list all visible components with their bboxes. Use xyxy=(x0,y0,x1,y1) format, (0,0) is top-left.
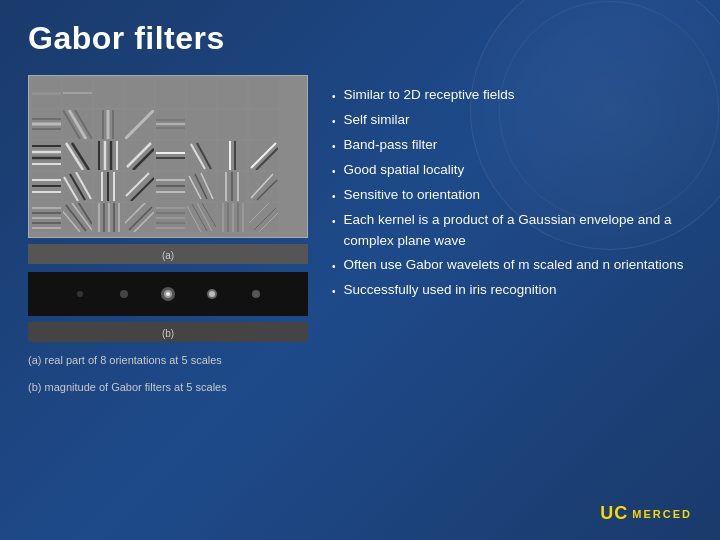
svg-point-134 xyxy=(120,290,128,298)
svg-rect-30 xyxy=(249,110,278,139)
mag-cell-4 xyxy=(192,275,232,313)
filter-cell xyxy=(218,172,247,201)
filter-row-2 xyxy=(32,110,304,139)
filter-cell xyxy=(63,203,92,232)
bullet-item-0: • Similar to 2D receptive fields xyxy=(332,83,692,108)
svg-rect-28 xyxy=(187,110,216,139)
filter-cell xyxy=(63,141,92,170)
svg-rect-71 xyxy=(125,172,154,201)
filter-cell xyxy=(32,172,61,201)
caption-b: (b) magnitude of Gabor filters at 5 scal… xyxy=(28,379,308,396)
bullet-item-1: • Self similar xyxy=(332,108,692,133)
bullet-text-7: Successfully used in iris recognition xyxy=(344,280,692,301)
filter-cell xyxy=(94,79,123,108)
filter-cell xyxy=(218,79,247,108)
filter-cell xyxy=(32,79,61,108)
filter-cell xyxy=(156,79,185,108)
bullet-item-7: • Successfully used in iris recognition xyxy=(332,278,692,303)
bullet-list: • Similar to 2D receptive fields • Self … xyxy=(332,83,692,303)
bullet-item-3: • Good spatial locality xyxy=(332,158,692,183)
mag-cell-1 xyxy=(60,275,100,313)
bullet-text-6: Often use Gabor wavelets of m scaled and… xyxy=(344,255,692,276)
svg-rect-1 xyxy=(32,92,61,95)
svg-rect-53 xyxy=(218,141,247,170)
filter-cell xyxy=(187,203,216,232)
filter-cell xyxy=(94,110,123,139)
filter-cell xyxy=(63,110,92,139)
svg-rect-6 xyxy=(156,79,185,108)
svg-rect-116 xyxy=(187,203,216,232)
filter-cell xyxy=(187,79,216,108)
svg-point-143 xyxy=(252,290,260,298)
slide-content: Gabor filters xyxy=(0,0,720,540)
bullet-dot: • xyxy=(332,164,336,180)
bullet-dot: • xyxy=(332,189,336,205)
filter-row-3 xyxy=(32,141,304,170)
logo-main: UC xyxy=(600,503,628,524)
filter-cell xyxy=(32,141,61,170)
bullet-panel: • Similar to 2D receptive fields • Self … xyxy=(332,75,692,497)
filter-cell xyxy=(63,79,92,108)
filter-cell xyxy=(94,203,123,232)
svg-point-132 xyxy=(77,291,83,297)
mag-cell-2 xyxy=(104,275,144,313)
filter-cell xyxy=(156,172,185,201)
bullet-dot: • xyxy=(332,114,336,130)
svg-rect-86 xyxy=(249,172,278,201)
filter-row-4 xyxy=(32,172,304,201)
grid-label-b: (b) xyxy=(162,328,174,339)
filter-cell xyxy=(249,172,278,201)
bullet-text-4: Sensitive to orientation xyxy=(344,185,692,206)
filter-cell xyxy=(249,141,278,170)
bullet-text-3: Good spatial locality xyxy=(344,160,692,181)
svg-rect-106 xyxy=(125,203,154,232)
bullet-dot: • xyxy=(332,284,336,300)
slide-title: Gabor filters xyxy=(28,20,692,57)
bullet-text-1: Self similar xyxy=(344,110,692,131)
filter-cell xyxy=(32,110,61,139)
filter-grid-visual xyxy=(28,75,308,238)
svg-rect-5 xyxy=(125,79,154,108)
filter-cell xyxy=(125,203,154,232)
magnitude-row xyxy=(28,272,308,316)
filter-cell xyxy=(249,203,278,232)
image-panel: (a) xyxy=(28,75,308,497)
filter-cell xyxy=(94,172,123,201)
caption-a: (a) real part of 8 orientations at 5 sca… xyxy=(28,352,308,369)
bullet-dot: • xyxy=(332,139,336,155)
filter-row-5 xyxy=(32,203,304,232)
filter-cell xyxy=(125,141,154,170)
mag-cell-5 xyxy=(236,275,276,313)
grid-label-a: (a) xyxy=(162,250,174,261)
filter-cell xyxy=(156,110,185,139)
filter-cell xyxy=(63,172,92,201)
svg-point-138 xyxy=(166,292,170,296)
filter-cell xyxy=(187,141,216,170)
filter-row-1 xyxy=(32,79,304,108)
filter-cell xyxy=(249,110,278,139)
filter-cell xyxy=(125,110,154,139)
svg-rect-47 xyxy=(156,141,185,170)
svg-rect-8 xyxy=(218,79,247,108)
svg-rect-4 xyxy=(94,79,123,108)
filter-cell xyxy=(125,172,154,201)
filter-cell xyxy=(187,172,216,201)
filter-cell xyxy=(32,203,61,232)
bullet-text-2: Band-pass filter xyxy=(344,135,692,156)
filter-cell xyxy=(156,141,185,170)
filter-cell xyxy=(218,141,247,170)
bullet-dot: • xyxy=(332,89,336,105)
bullet-item-6: • Often use Gabor wavelets of m scaled a… xyxy=(332,253,692,278)
filter-cell xyxy=(218,110,247,139)
filter-cell xyxy=(156,203,185,232)
logo-sub: MERCED xyxy=(632,508,692,520)
bottom-bar: UC MERCED xyxy=(28,497,692,524)
svg-point-141 xyxy=(209,291,215,297)
svg-rect-9 xyxy=(249,79,278,108)
filter-cell xyxy=(125,79,154,108)
mag-cell-3 xyxy=(148,275,188,313)
filter-cell xyxy=(218,203,247,232)
svg-rect-29 xyxy=(218,110,247,139)
filter-cell xyxy=(187,110,216,139)
bullet-text-5: Each kernel is a product of a Gaussian e… xyxy=(344,210,692,252)
